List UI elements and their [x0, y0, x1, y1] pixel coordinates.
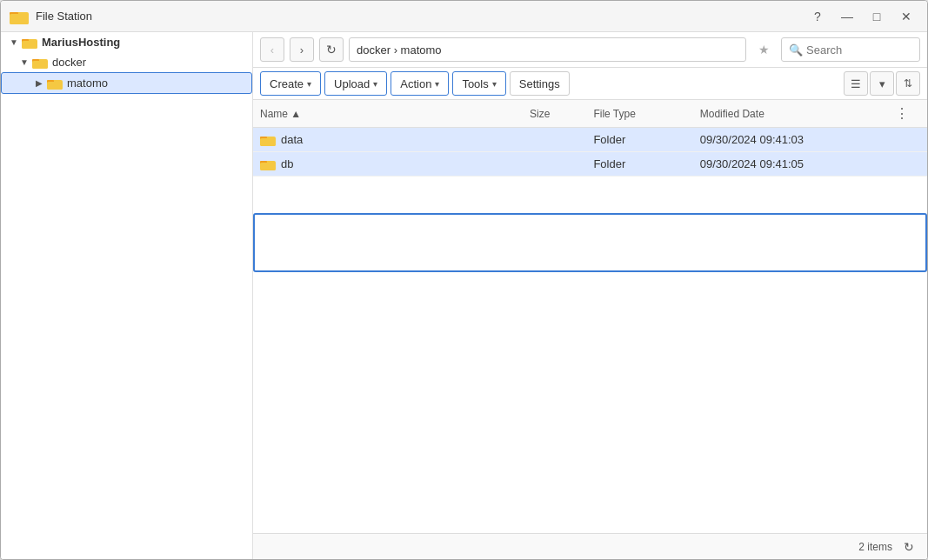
- col-header-type[interactable]: File Type: [586, 100, 692, 128]
- search-icon: 🔍: [789, 43, 803, 57]
- file-size: [523, 128, 586, 152]
- minimize-button[interactable]: —: [835, 6, 859, 27]
- bookmark-icon[interactable]: ★: [751, 37, 776, 62]
- file-table: Name ▲ Size File Type Modified Date: [253, 100, 927, 177]
- sidebar-item-matomo[interactable]: ▶ matomo: [1, 72, 252, 94]
- tools-dropdown-arrow: ▾: [492, 79, 497, 89]
- settings-label: Settings: [519, 77, 560, 90]
- search-input[interactable]: [806, 43, 912, 57]
- sidebar-docker-label: docker: [52, 56, 86, 69]
- upload-button[interactable]: Upload ▾: [324, 71, 387, 96]
- app-icon: [10, 7, 29, 26]
- svg-rect-8: [32, 61, 48, 69]
- upload-dropdown-arrow: ▾: [373, 79, 377, 89]
- table-row[interactable]: data Folder 09/30/2024 09:41:03: [253, 128, 927, 152]
- view-options-button[interactable]: ▾: [870, 71, 894, 96]
- folder-icon: [260, 158, 276, 170]
- folder-icon-matomo: [47, 77, 63, 90]
- sidebar-item-docker[interactable]: ▼ docker: [1, 52, 252, 72]
- sort-button[interactable]: ⇅: [896, 71, 920, 96]
- svg-rect-11: [47, 82, 63, 90]
- toggle-mariushosting: ▼: [8, 37, 20, 49]
- create-button[interactable]: Create ▾: [260, 71, 321, 96]
- action-label: Action: [400, 77, 431, 90]
- selection-border: [253, 213, 927, 272]
- sidebar-root-label: MariusHosting: [42, 36, 120, 49]
- chevron-down-icon: ▾: [879, 77, 885, 90]
- svg-rect-2: [10, 14, 29, 24]
- settings-button[interactable]: Settings: [510, 71, 570, 96]
- create-label: Create: [270, 77, 304, 90]
- table-header-row: Name ▲ Size File Type Modified Date: [253, 100, 927, 128]
- action-button[interactable]: Action ▾: [391, 71, 449, 96]
- folder-icon: [260, 134, 276, 146]
- item-count: 2 items: [858, 541, 892, 553]
- toolbar: ‹ › ↻ docker › matomo ★ 🔍: [253, 32, 927, 68]
- file-type: Folder: [586, 152, 692, 177]
- refresh-button[interactable]: ↻: [319, 37, 344, 62]
- sort-icon: ⇅: [904, 77, 912, 90]
- app-title: File Station: [36, 10, 805, 23]
- statusbar-refresh-button[interactable]: ↻: [899, 537, 918, 557]
- file-name: data: [281, 133, 303, 146]
- folder-icon-mariushosting: [22, 37, 37, 49]
- file-date: 09/30/2024 09:41:03: [693, 128, 885, 152]
- svg-rect-17: [260, 163, 276, 170]
- column-options-button[interactable]: ⋮: [891, 105, 912, 122]
- sidebar: ▼ MariusHosting ▼ docker: [1, 32, 253, 559]
- search-box[interactable]: 🔍: [781, 37, 920, 62]
- file-name: db: [281, 157, 293, 170]
- svg-rect-14: [260, 138, 276, 146]
- tools-label: Tools: [462, 77, 488, 90]
- window-controls: ? — □ ✕: [805, 6, 918, 27]
- col-header-name[interactable]: Name ▲: [253, 100, 523, 128]
- col-header-size[interactable]: Size: [523, 100, 586, 128]
- svg-rect-5: [22, 41, 37, 49]
- file-size: [523, 152, 586, 177]
- upload-label: Upload: [334, 77, 370, 90]
- create-dropdown-arrow: ▾: [307, 79, 311, 89]
- list-view-button[interactable]: ☰: [844, 71, 868, 96]
- list-view-icon: ☰: [851, 77, 861, 90]
- file-list-container: Name ▲ Size File Type Modified Date: [253, 100, 927, 533]
- file-type: Folder: [586, 128, 692, 152]
- action-bar: Create ▾ Upload ▾ Action ▾ Tools ▾ Setti…: [253, 68, 927, 100]
- toggle-matomo: ▶: [33, 77, 45, 90]
- content-area: ‹ › ↻ docker › matomo ★ 🔍 Create ▾: [253, 32, 927, 559]
- nav-forward-button[interactable]: ›: [290, 37, 314, 62]
- app-window: File Station ? — □ ✕ ▼ MariusHosting: [0, 0, 928, 560]
- action-dropdown-arrow: ▾: [435, 79, 439, 89]
- titlebar: File Station ? — □ ✕: [1, 1, 927, 32]
- toggle-docker: ▼: [18, 57, 30, 69]
- tools-button[interactable]: Tools ▾: [452, 71, 505, 96]
- main-layout: ▼ MariusHosting ▼ docker: [1, 32, 927, 559]
- view-controls: ☰ ▾ ⇅: [844, 71, 920, 96]
- col-header-date[interactable]: Modified Date: [693, 100, 885, 128]
- sidebar-matomo-label: matomo: [67, 77, 108, 90]
- folder-icon-docker: [32, 57, 48, 69]
- breadcrumb-text: docker › matomo: [357, 43, 442, 57]
- file-table-body: data Folder 09/30/2024 09:41:03 db Fo: [253, 128, 927, 177]
- nav-back-button[interactable]: ‹: [260, 37, 284, 62]
- file-date: 09/30/2024 09:41:05: [693, 152, 885, 177]
- sidebar-item-mariushosting[interactable]: ▼ MariusHosting: [1, 32, 252, 52]
- close-button[interactable]: ✕: [894, 6, 918, 27]
- statusbar: 2 items ↻: [253, 533, 927, 559]
- col-header-more: ⋮: [885, 100, 927, 128]
- maximize-button[interactable]: □: [865, 6, 889, 27]
- table-row[interactable]: db Folder 09/30/2024 09:41:05: [253, 152, 927, 177]
- breadcrumb: docker › matomo: [349, 37, 746, 62]
- help-button[interactable]: ?: [805, 6, 830, 27]
